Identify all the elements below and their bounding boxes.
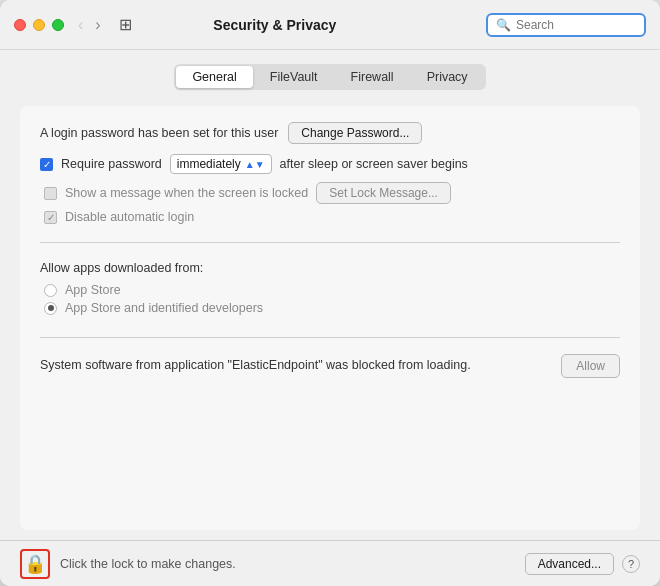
traffic-lights — [14, 19, 64, 31]
disable-login-label: Disable automatic login — [65, 210, 194, 224]
password-label: A login password has been set for this u… — [40, 126, 278, 140]
blocked-text: System software from application "Elasti… — [40, 357, 551, 375]
radio-dot-icon — [48, 305, 54, 311]
tabs-container: General FileVault Firewall Privacy — [20, 64, 640, 90]
allow-button[interactable]: Allow — [561, 354, 620, 378]
title-text: Security & Privacy — [213, 17, 336, 33]
app-store-identified-label: App Store and identified developers — [65, 301, 263, 315]
require-password-row: ✓ Require password immediately ▲▼ after … — [40, 154, 620, 174]
search-input[interactable] — [516, 18, 636, 32]
show-message-checkbox — [44, 187, 57, 200]
bottom-bar: 🔒 Click the lock to make changes. Advanc… — [0, 540, 660, 586]
lock-label: Click the lock to make changes. — [60, 557, 525, 571]
allow-apps-section: Allow apps downloaded from: App Store Ap… — [40, 261, 620, 338]
tab-general[interactable]: General — [176, 66, 252, 88]
show-message-label: Show a message when the screen is locked — [65, 186, 308, 200]
close-button[interactable] — [14, 19, 26, 31]
dropdown-arrow-icon: ▲▼ — [245, 159, 265, 170]
help-button[interactable]: ? — [622, 555, 640, 573]
disable-login-row: ✓ Disable automatic login — [44, 210, 620, 224]
app-store-identified-radio[interactable] — [44, 302, 57, 315]
change-password-button[interactable]: Change Password... — [288, 122, 422, 144]
disable-login-checkbox: ✓ — [44, 211, 57, 224]
help-icon: ? — [628, 558, 634, 570]
tabs: General FileVault Firewall Privacy — [174, 64, 485, 90]
checkbox-check-icon: ✓ — [43, 159, 51, 170]
maximize-button[interactable] — [52, 19, 64, 31]
app-store-radio[interactable] — [44, 284, 57, 297]
advanced-button[interactable]: Advanced... — [525, 553, 614, 575]
window-title: Security & Privacy — [64, 17, 486, 33]
require-label: Require password — [61, 157, 162, 171]
tab-firewall[interactable]: Firewall — [335, 66, 410, 88]
app-store-identified-radio-row: App Store and identified developers — [44, 301, 620, 315]
after-label: after sleep or screen saver begins — [280, 157, 468, 171]
show-message-row: Show a message when the screen is locked… — [44, 182, 620, 204]
set-lock-message-button[interactable]: Set Lock Message... — [316, 182, 451, 204]
dropdown-value: immediately — [177, 157, 241, 171]
password-row: A login password has been set for this u… — [40, 122, 620, 144]
lock-icon: 🔒 — [24, 555, 46, 573]
content: General FileVault Firewall Privacy A log… — [0, 50, 660, 540]
minimize-button[interactable] — [33, 19, 45, 31]
app-store-label: App Store — [65, 283, 121, 297]
search-icon: 🔍 — [496, 18, 511, 32]
titlebar: ‹ › ⊞ Security & Privacy 🔍 — [0, 0, 660, 50]
lock-button[interactable]: 🔒 — [20, 549, 50, 579]
main-panel: A login password has been set for this u… — [20, 106, 640, 530]
blocked-software-section: System software from application "Elasti… — [40, 354, 620, 392]
password-timing-dropdown[interactable]: immediately ▲▼ — [170, 154, 272, 174]
checkbox-disabled-icon: ✓ — [47, 212, 55, 223]
window: ‹ › ⊞ Security & Privacy 🔍 General FileV… — [0, 0, 660, 586]
require-password-checkbox[interactable]: ✓ — [40, 158, 53, 171]
login-password-section: A login password has been set for this u… — [40, 122, 620, 243]
tab-privacy[interactable]: Privacy — [411, 66, 484, 88]
tab-filevault[interactable]: FileVault — [254, 66, 334, 88]
search-box[interactable]: 🔍 — [486, 13, 646, 37]
allow-apps-title: Allow apps downloaded from: — [40, 261, 620, 275]
app-store-radio-row: App Store — [44, 283, 620, 297]
